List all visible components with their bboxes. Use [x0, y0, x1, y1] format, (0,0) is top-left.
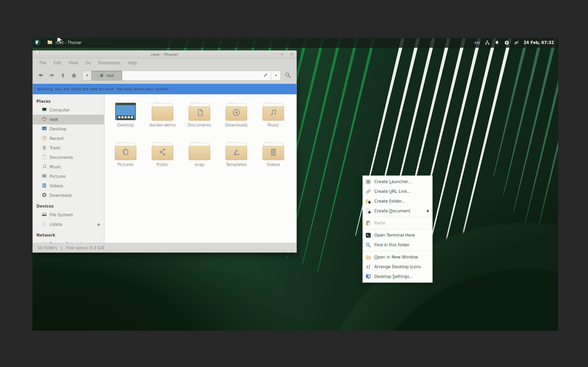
find-icon [365, 242, 371, 248]
eject-button[interactable] [96, 222, 101, 228]
window-shade-tab[interactable] [36, 51, 43, 54]
file-item-pictures[interactable]: Pictures [107, 142, 144, 181]
sidebar-item-videos[interactable]: Videos [33, 181, 104, 191]
file-item-public[interactable]: Public [144, 142, 181, 181]
menu-help[interactable]: Help [125, 60, 140, 66]
context-item-paste[interactable]: Paste [363, 218, 432, 228]
volume-muted-icon[interactable] [514, 40, 519, 45]
sidebar-item-file-system[interactable]: File System [33, 210, 104, 220]
file-label: docker-demo [149, 123, 176, 128]
menu-bookmarks[interactable]: Bookmarks [95, 60, 124, 66]
file-item-downloads[interactable]: Downloads [218, 102, 255, 142]
file-item-desktop[interactable]: Desktop [107, 102, 144, 142]
back-button[interactable] [36, 71, 45, 80]
context-menu-separator [363, 251, 432, 251]
sidebar-item-pictures[interactable]: Pictures [33, 172, 104, 181]
home-button[interactable] [69, 71, 79, 80]
context-item-create-launcher[interactable]: Create Launcher... [363, 177, 432, 187]
menu-go[interactable]: Go [82, 60, 94, 66]
sidebar-item-trash[interactable]: Trash [33, 143, 104, 153]
context-item-create-url-link[interactable]: Create URL Link... [363, 187, 432, 196]
sidebar-item-label: Desktop [50, 127, 66, 131]
sidebar-item-downloads[interactable]: Downloads [33, 191, 104, 200]
sidebar: PlacesComputerrootDesktopRecentTrashDocu… [33, 94, 104, 243]
back-icon [38, 72, 44, 79]
file-label: snap [194, 162, 204, 167]
file-item-documents[interactable]: Documents [181, 102, 218, 142]
search-button[interactable] [282, 71, 293, 81]
sidebar-item-documents[interactable]: Documents [33, 153, 104, 162]
menu-file[interactable]: File [36, 60, 49, 66]
context-item-arrange-desktop-icons[interactable]: Arrange Desktop Icons [363, 262, 432, 272]
path-scroll-left-button[interactable] [83, 71, 92, 80]
terminal-icon [365, 232, 371, 238]
trash-icon [42, 145, 47, 151]
context-item-find-in-this-folder[interactable]: Find in this folder [363, 240, 432, 250]
sidebar-item-cidata[interactable]: cidata [33, 220, 104, 229]
file-item-music[interactable]: Music [255, 102, 292, 142]
context-item-label: Create URL Link... [374, 189, 430, 194]
launcher-icon [365, 179, 371, 185]
maximize-button[interactable]: + [280, 52, 284, 56]
downloads-icon [42, 192, 47, 199]
minimize-button[interactable]: – [270, 52, 275, 56]
sidebar-item-label: Documents [50, 155, 73, 160]
titlebar[interactable]: root - Thunar –+× [33, 51, 297, 58]
file-item-videos[interactable]: Videos [255, 142, 292, 181]
sidebar-item-computer[interactable]: Computer [33, 105, 104, 115]
path-bar: root [82, 71, 281, 81]
context-item-label: Find in this folder [374, 243, 430, 247]
edit-path-icon[interactable] [263, 72, 268, 79]
sidebar-item-browse-network[interactable]: Browse Network [33, 239, 104, 243]
up-button[interactable] [58, 71, 68, 80]
settings-icon [365, 274, 371, 280]
sidebar-item-label: File System [50, 213, 73, 217]
network-icon[interactable] [485, 40, 490, 45]
toolbar: root [33, 67, 297, 84]
context-item-desktop-settings[interactable]: Desktop Settings... [363, 272, 432, 281]
file-item-snap[interactable]: snap [181, 142, 218, 181]
desktop-screen: root - Thunar EN 24 Feb, 07:32 root - Th… [32, 38, 558, 331]
folder-open-icon [365, 254, 371, 260]
path-empty-area[interactable] [122, 71, 271, 80]
path-segment-root[interactable]: root [92, 71, 122, 80]
sidebar-item-label: Videos [50, 184, 63, 188]
computer-icon [42, 107, 47, 113]
up-icon [60, 72, 66, 79]
sidebar-item-music[interactable]: Music [33, 162, 104, 172]
arrange-icon [365, 264, 371, 270]
sidebar-item-recent[interactable]: Recent [33, 134, 104, 143]
forward-button[interactable] [47, 71, 56, 80]
home-folder-icon [42, 116, 47, 123]
context-item-open-terminal-here[interactable]: Open Terminal Here [363, 230, 432, 240]
folder-icon [225, 102, 248, 121]
file-item-templates[interactable]: Templates [218, 142, 255, 181]
context-item-open-in-new-window[interactable]: Open in New Window [363, 252, 432, 262]
menu-view[interactable]: View [65, 60, 81, 66]
root-warning-banner: Warning, you are using the root account.… [33, 84, 297, 94]
power-manager-icon[interactable] [504, 40, 509, 45]
sidebar-item-desktop[interactable]: Desktop [33, 124, 104, 134]
file-label: Pictures [117, 162, 133, 167]
file-label: Documents [188, 123, 211, 128]
file-label: Templates [226, 162, 247, 167]
applications-menu-button[interactable] [32, 38, 42, 48]
menubar: FileEditViewGoBookmarksHelp [33, 58, 297, 67]
keyboard-layout-indicator[interactable]: EN [475, 41, 480, 45]
context-item-create-folder[interactable]: Create Folder... [363, 196, 432, 206]
context-item-create-document[interactable]: Create Document [363, 206, 432, 216]
clock[interactable]: 24 Feb, 07:32 [524, 40, 554, 45]
folder-icon [151, 102, 174, 121]
close-button[interactable]: × [289, 52, 294, 56]
sidebar-item-root[interactable]: root [33, 115, 104, 124]
file-label: Downloads [225, 123, 247, 128]
notifications-icon[interactable] [494, 40, 500, 45]
file-list: Desktopdocker-demoDocumentsDownloadsMusi… [104, 94, 297, 243]
menu-edit[interactable]: Edit [50, 60, 64, 66]
statusbar: 10 folders | Free space: 9.3 GiB [33, 243, 297, 252]
file-item-docker-demo[interactable]: docker-demo [144, 102, 181, 142]
sidebar-item-label: Recent [50, 136, 64, 141]
sidebar-item-label: Downloads [50, 193, 72, 198]
path-scroll-right-button[interactable] [271, 71, 280, 80]
context-menu-separator [363, 229, 432, 229]
